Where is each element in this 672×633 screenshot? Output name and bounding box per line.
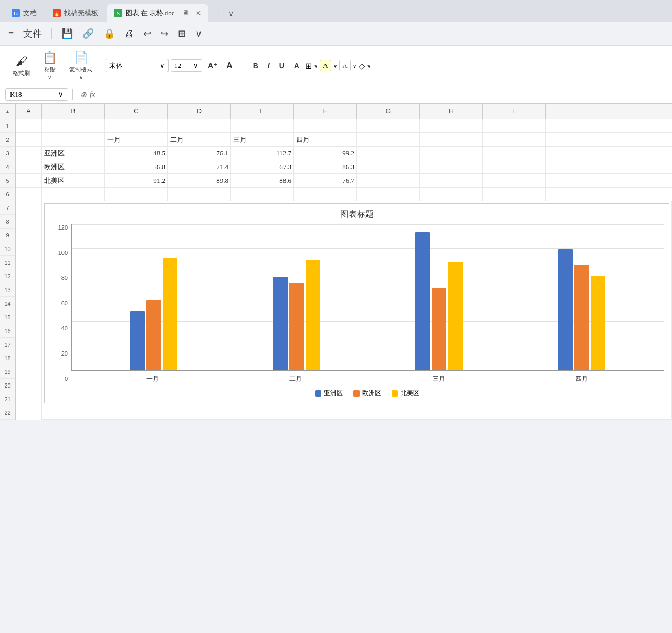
row-num-22[interactable]: 22 [0,406,15,420]
cell-D2[interactable]: 二月 [168,133,231,146]
cell-E3[interactable]: 112.7 [231,147,294,160]
font-name-select[interactable]: 宋体 ∨ [106,59,169,72]
highlight-color-button[interactable]: A [320,60,331,71]
table-format-icon[interactable]: ⊞ [305,61,312,71]
cell-H4[interactable] [420,160,483,173]
cell-B3[interactable]: 亚洲区 [42,147,105,160]
cell-G6[interactable] [357,188,420,201]
row-num-14[interactable]: 14 [0,297,15,310]
cell-F3[interactable]: 99.2 [294,147,357,160]
cell-F6[interactable] [294,188,357,201]
undo-icon[interactable]: ↩ [141,26,153,41]
cell-G4[interactable] [357,160,420,173]
font-color-dropdown-icon[interactable]: ∨ [353,63,356,69]
clear-format-icon[interactable]: ◇ [359,61,365,71]
cell-C4[interactable]: 56.8 [105,160,168,173]
row-num-6[interactable]: 6 [0,188,15,201]
col-header-A[interactable]: A [16,104,42,119]
cell-E5[interactable]: 88.6 [231,174,294,187]
cell-F4[interactable]: 86.3 [294,160,357,173]
close-tab-button[interactable]: ✕ [196,9,201,17]
paste-dropdown-icon[interactable]: ∨ [48,75,51,80]
cell-D3[interactable]: 76.1 [168,147,231,160]
cell-B6[interactable] [42,188,105,201]
cell-A5[interactable] [16,174,42,187]
cell-F2[interactable]: 四月 [294,133,357,146]
cell-H5[interactable] [420,174,483,187]
col-header-F[interactable]: F [294,104,357,119]
cell-E2[interactable]: 三月 [231,133,294,146]
row-num-10[interactable]: 10 [0,242,15,256]
row-num-18[interactable]: 18 [0,351,15,365]
cell-H1[interactable] [420,119,483,132]
tab-chart[interactable]: S 图表 在 表格.doc 🖥 ✕ [107,4,208,22]
paste-button[interactable]: 📋 粘贴 ∨ [38,49,61,82]
row-num-2[interactable]: 2 [0,133,15,147]
row-num-17[interactable]: 17 [0,338,15,351]
cell-B1[interactable] [42,119,105,132]
cell-D5[interactable]: 89.8 [168,174,231,187]
cell-G3[interactable] [357,147,420,160]
menu-label[interactable]: 文件 [21,25,44,42]
strikethrough-button[interactable]: A [290,60,303,71]
highlight-dropdown-icon[interactable]: ∨ [333,63,337,69]
row-num-8[interactable]: 8 [0,215,15,229]
cell-A7-22[interactable] [16,201,42,420]
clear-format-dropdown-icon[interactable]: ∨ [367,63,371,69]
formula-input-area[interactable]: ⊕ fx [77,89,667,100]
row-num-3[interactable]: 3 [0,147,15,160]
cell-H2[interactable] [420,133,483,146]
chart-embedded-area[interactable]: 图表标题 120 100 80 60 40 20 [42,201,672,420]
font-grow-button[interactable]: A⁺ [204,60,220,71]
font-label-at[interactable]: A [223,59,236,72]
cell-I5[interactable] [483,174,546,187]
cell-A1[interactable] [16,119,42,132]
row-num-1[interactable]: 1 [0,119,15,133]
col-header-B[interactable]: B [42,104,105,119]
link-icon[interactable]: 🔗 [80,26,96,41]
cell-I1[interactable] [483,119,546,132]
format-brush-button[interactable]: 🖌 格式刷 [8,53,34,79]
cell-B5[interactable]: 北美区 [42,174,105,187]
row-num-16[interactable]: 16 [0,324,15,338]
cell-D6[interactable] [168,188,231,201]
cell-I6[interactable] [483,188,546,201]
row-num-11[interactable]: 11 [0,256,15,269]
cell-A6[interactable] [16,188,42,201]
bold-button[interactable]: B [249,60,262,71]
tab-menu-button[interactable]: ∨ [226,7,236,20]
copy-format-button[interactable]: 📄 复制格式 ∨ [65,49,97,82]
row-num-12[interactable]: 12 [0,269,15,283]
row-num-4[interactable]: 4 [0,160,15,174]
cell-I3[interactable] [483,147,546,160]
hamburger-menu-icon[interactable]: ≡ [6,26,16,41]
cell-reference-box[interactable]: K18 ∨ [5,88,68,101]
row-num-5[interactable]: 5 [0,174,15,188]
cell-C2[interactable]: 一月 [105,133,168,146]
table-format-dropdown-icon[interactable]: ∨ [314,63,318,69]
tab-docs[interactable]: G 文档 [4,4,44,22]
row-num-19[interactable]: 19 [0,365,15,379]
col-header-E[interactable]: E [231,104,294,119]
row-num-21[interactable]: 21 [0,392,15,406]
cell-C6[interactable] [105,188,168,201]
cell-H3[interactable] [420,147,483,160]
cell-A2[interactable] [16,133,42,146]
cell-D1[interactable] [168,119,231,132]
new-tab-button[interactable]: + [212,6,225,21]
row-num-15[interactable]: 15 [0,310,15,324]
cell-A4[interactable] [16,160,42,173]
cell-G2[interactable] [357,133,420,146]
cell-I2[interactable] [483,133,546,146]
cell-H6[interactable] [420,188,483,201]
print-icon[interactable]: 🖨 [122,26,136,41]
copy-format-dropdown-icon[interactable]: ∨ [79,75,83,80]
lock-icon[interactable]: 🔒 [101,26,117,41]
font-color-button[interactable]: A [339,60,351,71]
cell-A3[interactable] [16,147,42,160]
col-header-I[interactable]: I [483,104,546,119]
cell-F5[interactable]: 76.7 [294,174,357,187]
cell-I4[interactable] [483,160,546,173]
cell-G5[interactable] [357,174,420,187]
cell-E6[interactable] [231,188,294,201]
